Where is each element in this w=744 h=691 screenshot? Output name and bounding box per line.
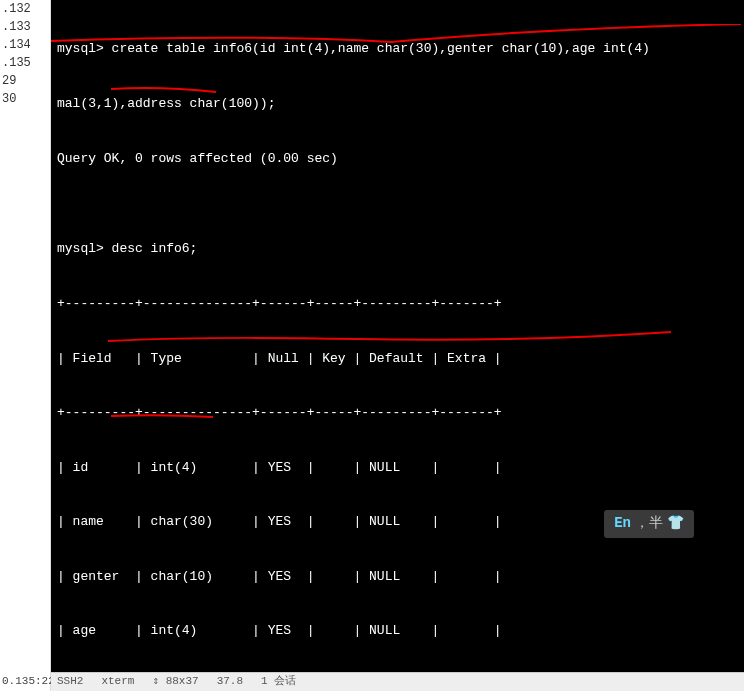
sidebar-ip-list: .132 .133 .134 .135 29 30 0.135:22 xyxy=(0,0,51,691)
terminal-line: mal(3,1),address char(100)); xyxy=(57,95,738,113)
terminal-line: | genter | char(10) | YES | | NULL | | xyxy=(57,568,738,586)
terminal[interactable]: mysql> create table info6(id int(4),name… xyxy=(51,0,744,691)
ime-mode-label: ，半 xyxy=(635,514,663,534)
sidebar-item[interactable]: .134 xyxy=(0,36,50,54)
terminal-line: | Field | Type | Null | Key | Default | … xyxy=(57,350,738,368)
ime-lang-label: En xyxy=(614,514,631,534)
annotation-redline xyxy=(106,328,676,346)
terminal-line: | age | int(4) | YES | | NULL | | xyxy=(57,622,738,640)
status-conn: SSH2 xyxy=(57,674,83,689)
status-size: ⇕ 88x37 xyxy=(152,674,198,689)
status-session: 1 会话 xyxy=(261,674,296,689)
sidebar-item[interactable]: 29 xyxy=(0,72,50,90)
terminal-line: +---------+--------------+------+-----+-… xyxy=(57,295,738,313)
terminal-line: Query OK, 0 rows affected (0.00 sec) xyxy=(57,150,738,168)
statusbar: SSH2 xterm ⇕ 88x37 37.8 1 会话 xyxy=(51,672,744,691)
sidebar-item[interactable]: 30 xyxy=(0,90,50,108)
sidebar-item[interactable]: .135 xyxy=(0,54,50,72)
status-pos: 37.8 xyxy=(217,674,243,689)
terminal-line: | id | int(4) | YES | | NULL | | xyxy=(57,459,738,477)
ime-tshirt-icon: 👕 xyxy=(667,514,684,534)
time-label: 0.135:22 xyxy=(2,673,51,690)
ime-indicator: En ，半 👕 xyxy=(604,510,694,538)
sidebar-item[interactable]: .132 xyxy=(0,0,50,18)
terminal-line: mysql> desc info6; xyxy=(57,240,738,258)
status-term: xterm xyxy=(101,674,134,689)
terminal-line: +---------+--------------+------+-----+-… xyxy=(57,404,738,422)
sidebar-item[interactable]: .133 xyxy=(0,18,50,36)
terminal-line: mysql> create table info6(id int(4),name… xyxy=(57,40,738,58)
